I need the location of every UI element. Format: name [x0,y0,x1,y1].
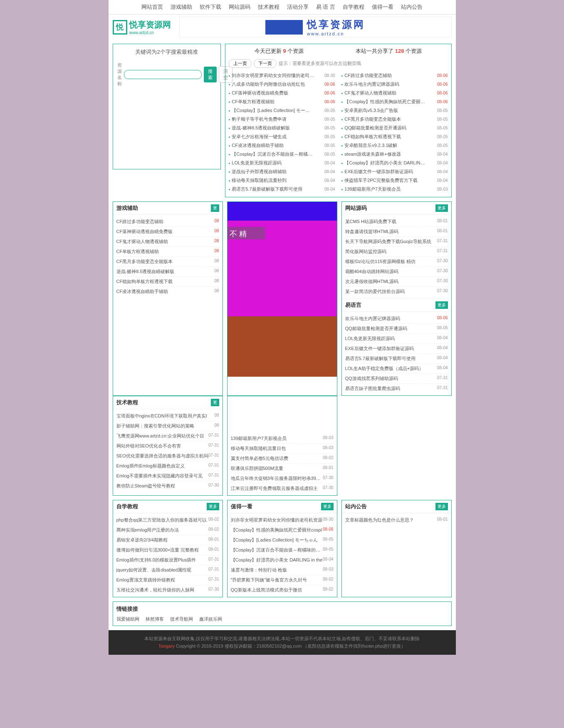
nav-item[interactable]: 软件下载 [200,3,221,11]
list-item[interactable]: 转盘邀请找篮球HTML源码08-01 [345,227,448,237]
list-item[interactable]: 移动每天抽取随机流量日包08-03 [231,444,334,454]
list-item[interactable]: 微博如何做到日引流3000+流量 完整教程08-01 [116,545,219,555]
resource-item[interactable]: 【Cosplay】沉迷百合不能自拔～柑橘…08-05 [229,150,335,159]
more-button[interactable]: 更多 [321,503,334,510]
list-item[interactable]: 模板!Dz论坛仿115资源网模板 精仿07-30 [345,257,448,267]
list-item[interactable]: 139邮箱新用户7天影视会员08-03 [231,434,334,444]
list-item[interactable]: 某CMS H站源码免费下载08-01 [345,217,448,227]
list-item[interactable]: 五维社交沟通术，轻松升级你的人脉网07-30 [116,585,219,595]
resource-item[interactable]: 侠盗猎车手2PC完整版免费官方下载08-04 [341,176,448,185]
resource-item[interactable]: CF鬼才驱动人物透视辅助08-06 [341,89,448,97]
more-button[interactable]: 更 [211,204,219,212]
list-item[interactable]: 易语言5.7最新破解版下载即可使用08-04 [345,354,448,364]
search-input[interactable] [124,70,202,79]
list-item[interactable]: 【Cosplay】性感的美胸妹纸死亡爱丽丝cospl08-06 [231,525,334,535]
list-item[interactable]: CF鬼才驱动人物透视辅助08 [116,237,219,247]
more-button[interactable]: 更多 [435,503,448,510]
list-item[interactable]: CF黑月多功能变态全能版本08 [116,257,219,267]
list-item[interactable]: 次元暑假收德网HTML源码07-30 [345,277,448,287]
list-item[interactable]: 江米云注册即可免费领取云服务器或虚拟主07-30 [231,484,334,493]
resource-item[interactable]: 逆战-赌神8.5透视自瞄破解版08-05 [229,124,335,132]
more-button[interactable]: 更 [211,399,219,406]
more-button[interactable]: 更多 [207,503,219,510]
list-item[interactable]: CF路过多功能变态辅助08 [116,217,219,227]
resource-item[interactable]: 安卓酷我音乐v9.2.3.1破解08-05 [341,141,448,150]
list-item[interactable]: 长天下导航网源码免费下载Guojiz导航系统07-31 [345,237,448,247]
list-item[interactable]: 刘亦菲女明星萝莉幼女女同你懂的老司机资源08-30 [231,515,334,525]
nav-item[interactable]: 自学教程 [343,3,364,11]
resource-item[interactable]: 【Cosplay】[Ladies Collection] モー…08-05 [229,106,335,115]
list-item[interactable]: jquery如何设置、去除disabled属性呢07-31 [116,565,219,575]
list-item[interactable]: 宝塔面板中nginx在CDN环境下获取用户真实I08 [116,411,219,421]
list-item[interactable]: 易锦安卓逆向2/3/4期教程08-01 [116,535,219,545]
nav-item[interactable]: 活动分享 [287,3,309,11]
resource-item[interactable]: 安卓美剧鸟v5.3.5去广告版08-05 [341,106,448,115]
list-item[interactable]: 易语言妹子图批量爬虫源码07-31 [345,384,448,393]
list-item[interactable]: php整合qq第三方登陆放入你的服务器就可以08-02 [116,515,219,525]
resource-item[interactable]: QQ邮箱批量检测是否开通源码08-05 [341,124,448,132]
list-item[interactable]: 教你防止Steam盗号咬号教程07-30 [116,481,219,491]
resource-item[interactable]: 【Cosplay】性感的美胸妹纸死亡爱丽…08-06 [341,97,448,106]
friend-link[interactable]: 鑫泽娱乐网 [199,616,222,622]
resource-item[interactable]: 刘亦菲女明星萝莉幼女女同你懂的老司…08-30 [229,71,335,80]
prev-page-button[interactable]: 上一页 [229,59,252,68]
resource-item[interactable]: 139邮箱新用户7天影视会员08-03 [341,185,448,194]
list-item[interactable]: CF凌冰透视自瞄助手辅助08 [116,287,219,296]
list-item[interactable]: CF单板方框透视辅助08 [116,247,219,257]
nav-item[interactable]: 网站源码 [229,3,250,11]
resource-item[interactable]: EXE后缀文件一键添加群验证源码08-04 [341,167,448,176]
resource-item[interactable]: 移动每天抽取随机流量秒到08-04 [229,176,335,185]
list-item[interactable]: QQ邮箱批量检测是否开通源码08-05 [345,324,448,334]
nav-item[interactable]: 游戏辅助 [171,3,192,11]
list-item[interactable]: 影子辅助网：搜索引擎优化网站的策略08 [116,421,219,431]
resource-item[interactable]: CF落神驱动透视自瞄免费版08-06 [229,89,335,97]
search-button[interactable]: 搜索 [204,67,217,82]
nav-item[interactable]: 易 语 言 [316,3,335,11]
friend-link[interactable]: 林然博客 [146,616,164,622]
resource-item[interactable]: CF黑月多功能变态全能版本08-05 [341,115,448,124]
friend-link[interactable]: 技术导航网 [170,616,193,622]
list-item[interactable]: CF稳如狗单板方框透视下载08 [116,277,219,287]
resource-item[interactable]: CF单板方框透视辅助08-06 [229,97,335,106]
nav-item[interactable]: 值得一看 [372,3,393,11]
friend-link[interactable]: 我爱辅助网 [116,616,139,622]
resource-item[interactable]: CF稳如狗单板方框透视下载08-05 [341,132,448,141]
resource-item[interactable]: steam游戏迷失森林+修改器08-04 [341,150,448,159]
resource-item[interactable]: CF路过多功能变态辅助08-06 [341,71,448,80]
list-item[interactable]: Emlog置顶文章跳转外链教程07-31 [116,575,219,585]
list-item[interactable]: EXE后缀文件一键添加群验证源码08-04 [345,344,448,354]
list-item[interactable]: Emlog插件|Emlog标题颜色自定义07-31 [116,461,219,471]
banner[interactable]: 悦享资源网 www.artzd.cn [179,17,452,37]
list-item[interactable]: SEO优化需要选择合适的服务器与虚拟主机吗07-31 [116,451,219,461]
resource-item[interactable]: 安卓七夕出租海报一键生成08-05 [229,132,335,141]
list-item[interactable]: 简化版网站监控源码07-31 [345,247,448,257]
nav-item[interactable]: 站内公告 [401,3,423,11]
list-item[interactable]: 【Cosplay】好漂亮的小美女 DARLING in the08-04 [231,555,334,565]
list-item[interactable]: 飞鹰资源网www.artzd.cn:企业网站优化个目07-31 [116,431,219,441]
more-button[interactable]: 更多 [435,301,448,309]
list-item[interactable]: 翼支付简单必撸5元电信话费08-02 [231,454,334,464]
list-item[interactable]: QQ新版本上线简洁模式类似于微信08-02 [231,585,334,595]
more-button[interactable]: 更多 [435,204,448,212]
logo[interactable]: 悦 悦享资源网 www.artzd.cn [113,19,171,35]
resource-item[interactable]: 逆战仙子外部透视自瞄辅助08-04 [229,167,335,176]
list-item[interactable]: Emlog插件|支持6.0的模板设置Plus插件07-31 [116,555,219,565]
resource-item[interactable]: 易语言5.7最新破解版下载即可使用08-04 [229,185,335,194]
list-item[interactable]: 联通俱乐部拼团500M流量08-01 [231,464,334,474]
list-item[interactable]: 地瓜云年终大促销3年云服务器限时秒杀399元07-30 [231,474,334,484]
nav-item[interactable]: 技术教程 [258,3,280,11]
list-item[interactable]: 两种实现emlog用户注册的办法08-02 [116,525,219,535]
resource-item[interactable]: CF凌冰透视自瞄助手辅助08-05 [229,141,335,150]
list-item[interactable]: Emlog不需要插件来实现隐藏内容登录可见07-31 [116,471,219,481]
list-item[interactable]: QQ游戏找茬系列辅助源码07-31 [345,374,448,384]
next-page-button[interactable]: 下一页 [254,59,277,68]
nav-item[interactable]: 网站首页 [141,3,163,11]
list-item[interactable]: 网站外链对SEO优化会不会有害07-31 [116,441,219,451]
list-item[interactable]: 【Cosplay】[Ladies Collection] モーちゃん08-05 [231,535,334,545]
list-item[interactable]: 欢乐斗地主内置记牌器源码08-06 [345,314,448,324]
list-item[interactable]: LOL生A助手稳定免费版（成品+源码）08-04 [345,364,448,374]
list-item[interactable]: CF落神驱动透视自瞄免费版08 [116,227,219,237]
resource-item[interactable]: 欢乐斗地主内置记牌器源码08-06 [341,80,448,89]
resource-item[interactable]: 八成多功能助手内附微信自动抢红包08-06 [229,80,335,89]
resource-item[interactable]: LOL免更新无限视距源码08-04 [229,159,335,167]
